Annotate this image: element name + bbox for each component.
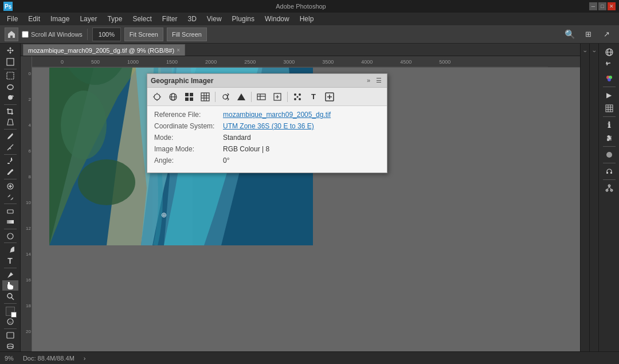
left-toolbar: T [0, 44, 21, 351]
svg-rect-7 [7, 163, 10, 164]
gi-globe-tool[interactable] [166, 89, 181, 104]
geo-imager-toolbar: T [147, 88, 387, 106]
gi-add-tool[interactable] [322, 89, 337, 104]
svg-rect-44 [185, 93, 189, 96]
svg-point-63 [297, 96, 299, 97]
status-arrow[interactable]: › [84, 355, 86, 362]
gi-text-annotation-tool[interactable]: T [306, 89, 321, 104]
tool-path-select[interactable] [2, 270, 18, 280]
collapse-arrow-2[interactable]: ‹ [591, 50, 597, 52]
coordinate-system-label: Coordinate System: [154, 122, 223, 130]
svg-rect-73 [606, 105, 613, 112]
right-nodes-icon[interactable] [601, 182, 617, 194]
tool-blur[interactable] [2, 231, 18, 241]
menu-image[interactable]: Image [46, 14, 74, 24]
gi-points-tool[interactable] [290, 89, 305, 104]
gi-transform-tool[interactable] [218, 89, 233, 104]
right-adjust-icon[interactable] [601, 132, 617, 144]
workspace-icon[interactable]: ⊞ [580, 28, 596, 41]
menu-select[interactable]: Select [128, 14, 156, 24]
menu-file[interactable]: File [2, 14, 22, 24]
gi-cursor-tool[interactable] [150, 89, 164, 104]
gi-mosaic-tool[interactable] [182, 89, 197, 104]
right-sep-1 [603, 87, 616, 87]
menu-type[interactable]: Type [103, 14, 127, 24]
right-audio-icon[interactable] [601, 165, 617, 178]
gi-grid-tool[interactable] [198, 89, 213, 104]
tool-rect-select[interactable] [2, 71, 18, 81]
right-info-icon[interactable]: ℹ [601, 119, 617, 131]
canvas-area: mozambique_march09_2005_dg.tif @ 9% (RGB… [21, 44, 580, 351]
menu-window[interactable]: Window [260, 14, 294, 24]
image-mode-value: RGB Colour | 8 [223, 145, 269, 153]
coordinate-system-value[interactable]: UTM Zone 36S (30 E to 36 E) [223, 122, 314, 130]
tool-3d[interactable] [2, 341, 18, 351]
tool-hand[interactable] [2, 280, 18, 291]
geo-imager-title: Geographic Imager [151, 77, 213, 85]
document-tab[interactable]: mozambique_march09_2005_dg.tif @ 9% (RGB… [23, 44, 185, 56]
gi-terrain-tool[interactable] [234, 89, 249, 104]
svg-point-81 [608, 136, 609, 138]
gi-table-tool[interactable] [254, 89, 269, 104]
collapse-arrow[interactable]: ‹ [582, 50, 588, 52]
reference-file-label: Reference File: [154, 111, 223, 119]
tool-quick-mask[interactable] [2, 316, 18, 327]
menu-3d[interactable]: 3D [183, 14, 201, 24]
minimize-button[interactable]: ─ [589, 2, 597, 10]
angle-label: Angle: [154, 156, 223, 165]
tool-gradient[interactable] [2, 217, 18, 227]
menu-view[interactable]: View [202, 14, 226, 24]
tool-quick-select[interactable] [2, 92, 18, 103]
tool-zoom[interactable] [2, 291, 18, 302]
tool-brush[interactable] [2, 167, 18, 177]
tool-lasso[interactable] [2, 81, 18, 92]
tool-ruler[interactable] [2, 142, 18, 152]
gi-sep-3 [287, 92, 288, 102]
menu-plugins[interactable]: Plugins [228, 14, 259, 24]
window-controls: ─ □ ✕ [589, 2, 616, 10]
tab-close-button[interactable]: × [177, 47, 180, 53]
right-globe-icon[interactable] [601, 46, 617, 58]
reference-file-value[interactable]: mozambique_march09_2005_dg.tif [223, 111, 331, 119]
menu-edit[interactable]: Edit [23, 14, 45, 24]
menu-filter[interactable]: Filter [158, 14, 182, 24]
tool-change-screen[interactable] [2, 330, 18, 340]
close-button[interactable]: ✕ [608, 2, 616, 10]
menu-help[interactable]: Help [295, 14, 319, 24]
menu-layer[interactable]: Layer [75, 14, 101, 24]
tool-crop[interactable] [2, 107, 18, 117]
right-undo-icon[interactable] [601, 59, 617, 72]
right-play-icon[interactable]: ▶ [601, 89, 617, 101]
canvas-content: 0 500 1000 1500 2000 2500 3000 3500 4000… [21, 56, 580, 351]
panel-expand-button[interactable]: » [365, 77, 372, 84]
fill-screen-button[interactable]: Fill Screen [167, 28, 207, 41]
mode-value: Standard [223, 134, 251, 142]
tool-healing[interactable] [2, 156, 18, 166]
tool-artboard[interactable] [2, 57, 18, 67]
svg-line-91 [609, 187, 611, 189]
home-button[interactable] [5, 28, 18, 41]
fit-screen-button[interactable]: Fit Screen [124, 28, 163, 41]
tool-move[interactable] [2, 46, 18, 56]
restore-button[interactable]: □ [598, 2, 606, 10]
scroll-all-checkbox[interactable] [22, 31, 29, 38]
tool-text[interactable]: T [2, 256, 18, 266]
gi-export-tool[interactable] [270, 89, 285, 104]
right-grid-icon[interactable] [601, 102, 617, 115]
right-collapse-strip-2: ‹ [589, 44, 598, 351]
tool-eyedropper[interactable] [2, 131, 18, 142]
search-toolbar-icon[interactable]: 🔍 [562, 28, 578, 41]
svg-point-32 [78, 159, 135, 205]
share-icon[interactable]: ↗ [598, 28, 614, 41]
tool-eraser[interactable] [2, 206, 18, 216]
tool-history-brush[interactable] [2, 192, 18, 202]
panel-menu-button[interactable]: ☰ [374, 77, 383, 84]
right-color-icon[interactable] [601, 72, 617, 85]
tool-clone-stamp[interactable] [2, 181, 18, 191]
tool-pen[interactable] [2, 245, 18, 255]
svg-line-4 [7, 144, 13, 150]
geographic-imager-panel: Geographic Imager » ☰ [147, 73, 387, 173]
tool-perspective-crop[interactable] [2, 117, 18, 127]
right-circle-icon[interactable] [601, 148, 617, 161]
svg-line-90 [608, 187, 609, 189]
